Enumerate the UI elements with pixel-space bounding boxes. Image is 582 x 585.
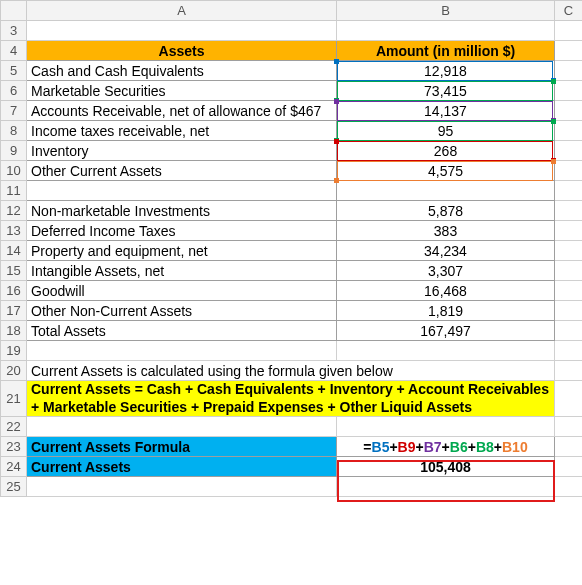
row-header[interactable]: 17 [1, 301, 27, 321]
cell[interactable] [337, 21, 555, 41]
asset-label[interactable]: Accounts Receivable, net of allowance of… [27, 101, 337, 121]
asset-value[interactable]: 383 [337, 221, 555, 241]
spreadsheet-viewport: A B C 3 4 Assets Amount (in million $) 5… [0, 0, 582, 585]
row-header[interactable]: 7 [1, 101, 27, 121]
formula-description[interactable]: Current Assets = Cash + Cash Equivalents… [27, 381, 555, 417]
row-header[interactable]: 16 [1, 281, 27, 301]
cell[interactable] [27, 341, 337, 361]
asset-value[interactable]: 14,137 [337, 101, 555, 121]
row-header[interactable]: 15 [1, 261, 27, 281]
asset-label[interactable]: Inventory [27, 141, 337, 161]
asset-value[interactable]: 1,819 [337, 301, 555, 321]
cell[interactable] [555, 181, 583, 201]
row-header[interactable]: 22 [1, 417, 27, 437]
corner-cell[interactable] [1, 1, 27, 21]
asset-label[interactable]: Property and equipment, net [27, 241, 337, 261]
asset-label[interactable]: Non-marketable Investments [27, 201, 337, 221]
row-header[interactable]: 4 [1, 41, 27, 61]
row-header[interactable]: 14 [1, 241, 27, 261]
cell[interactable] [555, 281, 583, 301]
asset-label[interactable]: Marketable Securities [27, 81, 337, 101]
cell[interactable] [555, 21, 583, 41]
grid[interactable]: A B C 3 4 Assets Amount (in million $) 5… [0, 0, 582, 497]
asset-label[interactable]: Deferred Income Taxes [27, 221, 337, 241]
cell[interactable] [555, 221, 583, 241]
formula-cell[interactable]: =B5+B9+B7+B6+B8+B10 [337, 437, 555, 457]
table-header-assets[interactable]: Assets [27, 41, 337, 61]
row-header[interactable]: 6 [1, 81, 27, 101]
asset-value[interactable]: 268 [337, 141, 555, 161]
result-value[interactable]: 105,408 [337, 457, 555, 477]
row-header[interactable]: 11 [1, 181, 27, 201]
asset-value[interactable]: 4,575 [337, 161, 555, 181]
cell[interactable] [555, 261, 583, 281]
result-row-label[interactable]: Current Assets [27, 457, 337, 477]
note-text[interactable]: Current Assets is calculated using the f… [27, 361, 555, 381]
asset-value[interactable]: 34,234 [337, 241, 555, 261]
cell[interactable] [337, 477, 555, 497]
asset-value[interactable]: 12,918 [337, 61, 555, 81]
row-header[interactable]: 19 [1, 341, 27, 361]
cell[interactable] [337, 417, 555, 437]
asset-label[interactable]: Cash and Cash Equivalents [27, 61, 337, 81]
row-header[interactable]: 10 [1, 161, 27, 181]
row-header[interactable]: 25 [1, 477, 27, 497]
row-header[interactable]: 24 [1, 457, 27, 477]
cell[interactable] [27, 181, 337, 201]
row-header[interactable]: 18 [1, 321, 27, 341]
cell[interactable] [555, 341, 583, 361]
cell[interactable] [555, 61, 583, 81]
cell[interactable] [27, 21, 337, 41]
asset-label[interactable]: Other Non-Current Assets [27, 301, 337, 321]
formula-text: =B5+B9+B7+B6+B8+B10 [363, 439, 527, 455]
cell[interactable] [555, 241, 583, 261]
cell[interactable] [555, 161, 583, 181]
asset-value[interactable]: 73,415 [337, 81, 555, 101]
asset-value[interactable]: 3,307 [337, 261, 555, 281]
cell[interactable] [337, 181, 555, 201]
cell[interactable] [555, 361, 583, 381]
asset-value[interactable]: 16,468 [337, 281, 555, 301]
table-header-amount[interactable]: Amount (in million $) [337, 41, 555, 61]
asset-value[interactable]: 167,497 [337, 321, 555, 341]
asset-value[interactable]: 95 [337, 121, 555, 141]
cell[interactable] [555, 321, 583, 341]
cell[interactable] [555, 121, 583, 141]
formula-description-text: Current Assets = Cash + Cash Equivalents… [31, 381, 549, 415]
asset-value[interactable]: 5,878 [337, 201, 555, 221]
cell[interactable] [555, 477, 583, 497]
row-header[interactable]: 23 [1, 437, 27, 457]
cell[interactable] [555, 301, 583, 321]
asset-label[interactable]: Intangible Assets, net [27, 261, 337, 281]
row-header[interactable]: 13 [1, 221, 27, 241]
row-header[interactable]: 9 [1, 141, 27, 161]
cell[interactable] [555, 381, 583, 417]
asset-label[interactable]: Goodwill [27, 281, 337, 301]
col-header-A[interactable]: A [27, 1, 337, 21]
cell[interactable] [555, 201, 583, 221]
row-header[interactable]: 5 [1, 61, 27, 81]
row-header[interactable]: 21 [1, 381, 27, 417]
cell[interactable] [555, 41, 583, 61]
row-header[interactable]: 12 [1, 201, 27, 221]
cell[interactable] [555, 81, 583, 101]
row-header[interactable]: 20 [1, 361, 27, 381]
cell[interactable] [27, 417, 337, 437]
asset-label[interactable]: Total Assets [27, 321, 337, 341]
row-header[interactable]: 3 [1, 21, 27, 41]
column-header-row: A B C [1, 1, 583, 21]
formula-row-label[interactable]: Current Assets Formula [27, 437, 337, 457]
asset-label[interactable]: Income taxes receivable, net [27, 121, 337, 141]
cell[interactable] [555, 101, 583, 121]
row-header[interactable]: 8 [1, 121, 27, 141]
col-header-B[interactable]: B [337, 1, 555, 21]
col-header-C[interactable]: C [555, 1, 583, 21]
cell[interactable] [555, 457, 583, 477]
cell[interactable] [555, 141, 583, 161]
cell[interactable] [555, 437, 583, 457]
asset-label[interactable]: Other Current Assets [27, 161, 337, 181]
cell[interactable] [555, 417, 583, 437]
cell[interactable] [27, 477, 337, 497]
cell[interactable] [337, 341, 555, 361]
